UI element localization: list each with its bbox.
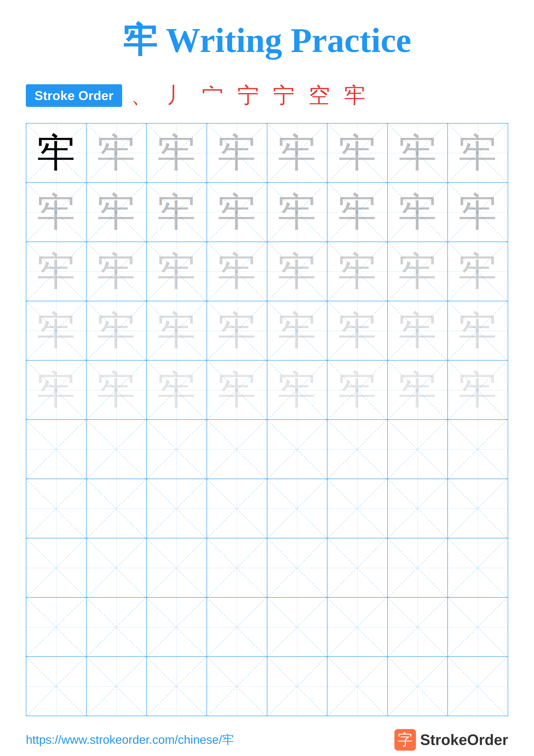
svg-line-102 bbox=[207, 479, 266, 538]
footer: https://www.strokeorder.com/chinese/牢 字 … bbox=[26, 716, 508, 751]
svg-line-130 bbox=[87, 598, 146, 657]
grid-cell: 牢 bbox=[87, 182, 147, 242]
char-ghost: 牢 bbox=[398, 311, 437, 350]
grid-cell: 牢 bbox=[388, 182, 448, 242]
table-row bbox=[26, 657, 508, 716]
page: 牢 Writing Practice Stroke Order 、 丿 宀 宁 … bbox=[0, 0, 534, 756]
svg-line-144 bbox=[26, 657, 86, 716]
svg-line-81 bbox=[26, 420, 86, 479]
svg-line-103 bbox=[207, 479, 266, 538]
table-row: 牢 牢 牢 牢 牢 牢 牢 bbox=[26, 123, 508, 182]
svg-line-92 bbox=[388, 420, 447, 479]
grid-cell: 牢 bbox=[87, 242, 147, 301]
char-ghost: 牢 bbox=[398, 252, 437, 291]
svg-line-155 bbox=[327, 657, 387, 716]
svg-line-135 bbox=[207, 598, 266, 657]
svg-line-154 bbox=[327, 657, 387, 716]
footer-url[interactable]: https://www.strokeorder.com/chinese/牢 bbox=[26, 732, 234, 748]
svg-line-124 bbox=[388, 538, 447, 597]
svg-line-80 bbox=[26, 420, 86, 479]
grid-cell-empty bbox=[26, 597, 87, 657]
svg-line-138 bbox=[327, 598, 387, 657]
grid-cell-empty bbox=[207, 538, 267, 597]
grid-cell-empty bbox=[26, 479, 87, 538]
svg-line-137 bbox=[267, 598, 327, 657]
grid-cell-empty bbox=[267, 657, 327, 716]
svg-line-114 bbox=[87, 538, 146, 597]
char-ghost: 牢 bbox=[157, 193, 196, 232]
svg-line-148 bbox=[147, 657, 206, 716]
table-row bbox=[26, 597, 508, 657]
grid-cell: 牢 bbox=[327, 242, 388, 301]
svg-line-94 bbox=[448, 420, 507, 479]
grid-cell: 牢 bbox=[207, 123, 267, 182]
grid-cell: 牢 bbox=[207, 301, 267, 360]
svg-line-104 bbox=[267, 479, 327, 538]
grid-cell-empty bbox=[146, 657, 207, 716]
svg-line-122 bbox=[327, 538, 387, 597]
grid-cell: 牢 bbox=[447, 242, 508, 301]
char-ghost: 牢 bbox=[157, 134, 196, 173]
svg-line-117 bbox=[147, 538, 206, 597]
title-suffix: Writing Practice bbox=[157, 21, 411, 60]
char-ghost: 牢 bbox=[217, 134, 256, 173]
grid-cell-empty bbox=[267, 597, 327, 657]
char-ghost: 牢 bbox=[278, 134, 317, 173]
grid-cell: 牢 bbox=[87, 123, 147, 182]
grid-cell: 牢 bbox=[146, 123, 207, 182]
grid-cell-empty bbox=[267, 538, 327, 597]
svg-line-108 bbox=[388, 479, 447, 538]
svg-line-133 bbox=[147, 598, 206, 657]
svg-line-126 bbox=[448, 538, 507, 597]
char-ghost: 牢 bbox=[217, 311, 256, 350]
stroke-order-badge: Stroke Order bbox=[26, 84, 122, 107]
grid-cell: 牢 bbox=[267, 123, 327, 182]
svg-line-97 bbox=[26, 479, 86, 538]
grid-cell-empty bbox=[447, 597, 508, 657]
char-ghost: 牢 bbox=[97, 134, 136, 173]
svg-line-139 bbox=[327, 598, 387, 657]
grid-cell-empty bbox=[146, 419, 207, 479]
svg-line-119 bbox=[207, 538, 266, 597]
grid-cell-empty bbox=[207, 657, 267, 716]
footer-logo-icon: 字 bbox=[394, 729, 416, 751]
char-ghost: 牢 bbox=[338, 252, 377, 291]
grid-cell: 牢 bbox=[388, 301, 448, 360]
grid-cell-empty bbox=[87, 419, 147, 479]
svg-line-146 bbox=[87, 657, 146, 716]
char-ghost: 牢 bbox=[398, 134, 437, 173]
svg-line-100 bbox=[147, 479, 206, 538]
grid-cell-empty bbox=[327, 479, 388, 538]
grid-cell: 牢 bbox=[207, 182, 267, 242]
char-ghost: 牢 bbox=[338, 371, 377, 410]
grid-cell-empty bbox=[388, 538, 448, 597]
grid-cell: 牢 bbox=[87, 301, 147, 360]
grid-cell-empty bbox=[87, 597, 147, 657]
char-ghost: 牢 bbox=[97, 371, 136, 410]
svg-line-147 bbox=[87, 657, 146, 716]
grid-cell: 牢 bbox=[267, 242, 327, 301]
grid-cell-empty bbox=[388, 419, 448, 479]
grid-cell-empty bbox=[327, 538, 388, 597]
grid-cell: 牢 bbox=[26, 123, 87, 182]
char-ghost: 牢 bbox=[37, 371, 76, 410]
stroke-order-row: Stroke Order 、 丿 宀 宁 宁 空 牢 bbox=[26, 81, 508, 110]
char-ghost: 牢 bbox=[97, 252, 136, 291]
grid-cell: 牢 bbox=[207, 242, 267, 301]
page-title: 牢 Writing Practice bbox=[123, 17, 411, 64]
grid-cell-empty bbox=[388, 657, 448, 716]
svg-line-143 bbox=[448, 598, 507, 657]
grid-cell-empty bbox=[388, 479, 448, 538]
grid-cell-empty bbox=[207, 597, 267, 657]
svg-line-105 bbox=[267, 479, 327, 538]
svg-line-153 bbox=[267, 657, 327, 716]
char-ghost: 牢 bbox=[37, 193, 76, 232]
stroke-order-chars: 、 丿 宀 宁 宁 空 牢 bbox=[131, 81, 370, 110]
svg-line-82 bbox=[87, 420, 146, 479]
svg-line-127 bbox=[448, 538, 507, 597]
svg-line-90 bbox=[327, 420, 387, 479]
svg-line-87 bbox=[207, 420, 266, 479]
grid-cell-empty bbox=[26, 538, 87, 597]
svg-line-113 bbox=[26, 538, 86, 597]
svg-line-145 bbox=[26, 657, 86, 716]
